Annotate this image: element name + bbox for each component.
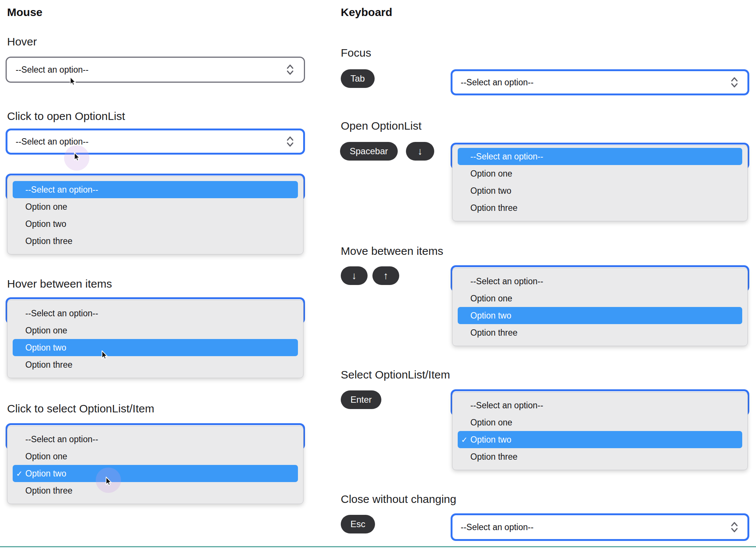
arrow-down-icon: ↓ xyxy=(352,270,357,282)
optionlist-panel: --Select an option-- Option one ✓ Option… xyxy=(7,426,304,504)
option-item-two-active[interactable]: Option two xyxy=(458,307,742,324)
column-title-keyboard: Keyboard xyxy=(341,6,392,19)
option-item-placeholder[interactable]: --Select an option-- xyxy=(13,431,298,448)
optionlist-panel: --Select an option-- Option one ✓ Option… xyxy=(452,392,748,470)
option-item-one[interactable]: Option one xyxy=(458,165,742,182)
optionlist-kbd-select: --Select an option-- Option one ✓ Option… xyxy=(451,389,749,470)
mouse-pointer-icon xyxy=(103,475,114,487)
option-item-placeholder[interactable]: --Select an option-- xyxy=(458,148,742,165)
arrow-down-icon: ↓ xyxy=(417,146,423,157)
option-item-placeholder[interactable]: --Select an option-- xyxy=(458,273,742,290)
checkmark-icon: ✓ xyxy=(461,436,468,444)
arrow-up-icon: ↑ xyxy=(383,270,388,282)
optionlist-panel: --Select an option-- Option one Option t… xyxy=(7,176,304,254)
key-badge-tab: Tab xyxy=(341,69,375,88)
section-label-move: Move between items xyxy=(341,245,443,257)
optionlist-click-select: --Select an option-- Option one ✓ Option… xyxy=(6,423,305,504)
section-label-open: Open OptionList xyxy=(341,120,422,132)
section-label-hover-items: Hover between items xyxy=(7,278,112,290)
checkmark-icon: ✓ xyxy=(16,470,23,478)
mouse-pointer-icon xyxy=(71,151,82,162)
select-trigger-click-open[interactable]: --Select an option-- xyxy=(6,129,305,155)
section-label-select: Select OptionList/Item xyxy=(341,368,450,381)
option-item-three[interactable]: Option three xyxy=(13,232,298,250)
select-value: --Select an option-- xyxy=(461,522,534,532)
section-label-close: Close without changing xyxy=(341,493,456,506)
section-label-hover: Hover xyxy=(7,35,37,48)
option-item-one[interactable]: Option one xyxy=(13,322,298,339)
option-item-placeholder[interactable]: --Select an option-- xyxy=(458,397,742,414)
option-item-two[interactable]: Option two xyxy=(13,215,298,232)
section-label-focus: Focus xyxy=(341,47,371,59)
select-trigger-hover[interactable]: --Select an option-- xyxy=(6,57,305,83)
select-value: --Select an option-- xyxy=(461,77,534,88)
select-trigger-close[interactable]: --Select an option-- xyxy=(451,513,749,541)
option-item-three[interactable]: Option three xyxy=(13,356,298,373)
optionlist-panel: --Select an option-- Option one Option t… xyxy=(452,268,748,346)
mouse-pointer-icon xyxy=(67,75,78,86)
option-item-two[interactable]: Option two xyxy=(458,182,742,199)
option-item-three[interactable]: Option three xyxy=(458,199,742,216)
column-title-mouse: Mouse xyxy=(7,6,42,19)
key-badge-arrow-down: ↓ xyxy=(341,266,368,285)
select-trigger-focused[interactable]: --Select an option-- xyxy=(451,69,749,95)
up-down-chevron-icon xyxy=(730,76,738,89)
optionlist-kbd-open: --Select an option-- Option one Option t… xyxy=(451,143,749,221)
optionlist-panel: --Select an option-- Option one Option t… xyxy=(7,300,304,378)
up-down-chevron-icon xyxy=(286,135,294,148)
option-item-placeholder[interactable]: --Select an option-- xyxy=(13,305,298,322)
option-item-two-selected[interactable]: ✓ Option two xyxy=(13,465,298,482)
option-item-three[interactable]: Option three xyxy=(458,324,742,341)
option-item-one[interactable]: Option one xyxy=(13,198,298,215)
optionlist-interaction-doc: Mouse Hover --Select an option-- Click t… xyxy=(0,0,756,548)
key-badge-arrow-up: ↑ xyxy=(372,266,399,285)
section-label-click-open: Click to open OptionList xyxy=(7,110,125,123)
key-badge-esc: Esc xyxy=(341,515,375,533)
key-badge-spacebar: Spacebar xyxy=(340,142,398,161)
optionlist-panel: --Select an option-- Option one Option t… xyxy=(452,145,748,221)
key-badge-enter: Enter xyxy=(341,390,381,409)
section-label-click-select: Click to select OptionList/Item xyxy=(7,402,154,415)
option-item-two-hovered[interactable]: Option two xyxy=(13,339,298,356)
up-down-chevron-icon xyxy=(286,63,294,76)
mouse-pointer-icon xyxy=(99,349,110,360)
optionlist-hover-items: --Select an option-- Option one Option t… xyxy=(6,297,305,378)
bottom-divider xyxy=(0,546,756,547)
select-value: --Select an option-- xyxy=(16,65,89,75)
option-item-two-selected[interactable]: ✓ Option two xyxy=(458,431,742,448)
optionlist-open-mouse: --Select an option-- Option one Option t… xyxy=(6,174,305,254)
option-item-three[interactable]: Option three xyxy=(13,482,298,499)
optionlist-kbd-move: --Select an option-- Option one Option t… xyxy=(451,265,749,346)
option-item-one[interactable]: Option one xyxy=(13,448,298,465)
option-item-placeholder[interactable]: --Select an option-- xyxy=(13,181,298,198)
key-badge-arrow-down: ↓ xyxy=(406,142,434,161)
option-item-one[interactable]: Option one xyxy=(458,414,742,431)
up-down-chevron-icon xyxy=(730,521,738,533)
option-item-one[interactable]: Option one xyxy=(458,290,742,307)
option-item-three[interactable]: Option three xyxy=(458,448,742,465)
